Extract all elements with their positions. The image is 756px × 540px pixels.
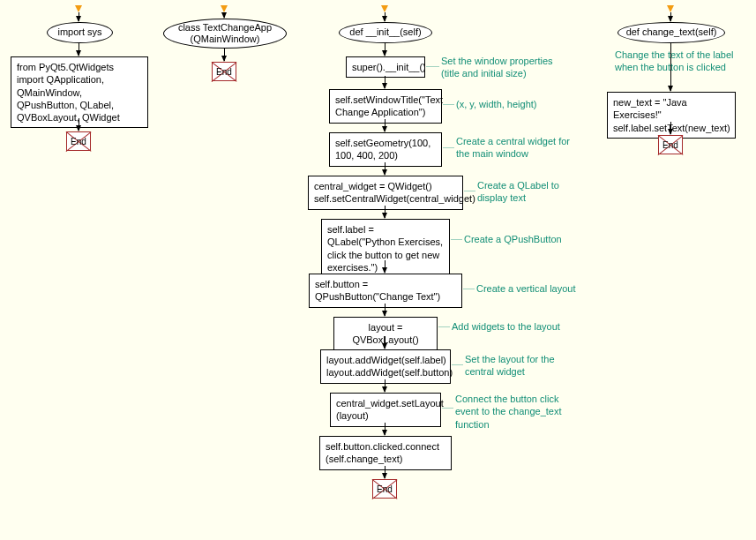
ann-line-7 — [438, 326, 450, 327]
start-arrow-c3 — [381, 5, 388, 12]
end-c2-label: End — [216, 67, 232, 77]
arrow-c1-2 — [79, 118, 79, 131]
ellipse-class-label: class TextChangeApp (QMainWindow) — [171, 22, 279, 45]
arrow-c4-top — [670, 12, 671, 21]
end-c2: End — [212, 62, 236, 81]
end-c1-label: End — [71, 137, 86, 146]
rect-add-widgets-label: layout.addWidget(self.label) layout.addW… — [326, 355, 453, 378]
end-c3: End — [372, 479, 397, 499]
rect-button-label: self.button = QPushButton("Change Text") — [315, 279, 440, 302]
ann-window-props: Set the window properties (title and ini… — [441, 55, 565, 80]
rect-geometry-label: self.setGeometry(100, 100, 400, 200) — [335, 138, 430, 161]
ellipse-init: def __init__(self) — [339, 22, 432, 43]
ann-xywh: (x, y, width, height) — [456, 98, 562, 110]
end-c1: End — [66, 131, 91, 151]
ann-line-4 — [464, 191, 475, 191]
rect-set-layout: central_widget.setLayout (layout) — [330, 393, 441, 427]
start-arrow-c1 — [75, 5, 82, 12]
rect-title-label: self.setWindowTitle("Text Change Applica… — [335, 94, 443, 117]
arrow-c3-6 — [385, 260, 385, 273]
ann-set-layout: Set the layout for the central widget — [465, 353, 562, 379]
ann-change-text: Change the text of the label when the bu… — [615, 49, 738, 74]
rect-new-text-label: new_text = "Java Exercises!" self.label.… — [613, 97, 730, 133]
ellipse-import-sys: import sys — [47, 22, 113, 43]
rect-super: super().__init__() — [346, 56, 425, 78]
ellipse-import-sys-label: import sys — [57, 26, 101, 38]
end-c3-label: End — [377, 484, 393, 494]
start-arrow-c2 — [221, 5, 228, 12]
arrow-c1-1 — [79, 43, 79, 56]
rect-central-widget-label: central_widget = QWidget() self.setCentr… — [314, 181, 475, 204]
arrow-c3-2 — [385, 76, 385, 88]
ann-button: Create a QPushButton — [464, 233, 579, 245]
ann-line-8 — [452, 364, 463, 365]
ellipse-class: class TextChangeApp (QMainWindow) — [163, 19, 287, 49]
arrow-c4-1 — [670, 43, 671, 91]
ann-line-5 — [451, 239, 462, 240]
arrow-c3-10 — [385, 423, 385, 435]
ellipse-change-text: def change_text(self) — [618, 22, 725, 43]
rect-button: self.button = QPushButton("Change Text") — [309, 274, 462, 308]
arrow-c3-11 — [385, 466, 385, 478]
arrow-c3-top — [385, 12, 385, 21]
ann-layout: Create a vertical layout — [476, 282, 591, 295]
ann-qlabel: Create a QLabel to display text — [477, 179, 565, 205]
ann-line-3 — [443, 147, 454, 148]
rect-title: self.setWindowTitle("Text Change Applica… — [329, 89, 442, 124]
arrow-c3-3 — [385, 119, 385, 131]
arrow-c3-9 — [385, 379, 385, 392]
rect-set-layout-label: central_widget.setLayout (layout) — [336, 398, 444, 421]
ann-line-9 — [442, 408, 453, 409]
ann-add-widgets: Add widgets to the layout — [452, 320, 575, 333]
arrow-c1-top — [79, 12, 79, 21]
arrow-c3-1 — [385, 43, 385, 56]
arrow-c3-5 — [385, 206, 385, 218]
rect-geometry: self.setGeometry(100, 100, 400, 200) — [329, 132, 442, 167]
end-c4: End — [658, 135, 683, 154]
rect-imports: from PyQt5.QtWidgets import QApplication… — [11, 56, 148, 128]
ann-line-1 — [426, 66, 439, 67]
rect-connect: self.button.clicked.connect (self.change… — [319, 436, 452, 470]
arrow-c2-1 — [224, 49, 225, 61]
start-arrow-c4 — [667, 5, 674, 12]
rect-add-widgets: layout.addWidget(self.label) layout.addW… — [320, 349, 451, 384]
rect-imports-label: from PyQt5.QtWidgets import QApplication… — [17, 62, 120, 123]
arrow-c3-4 — [385, 162, 385, 175]
rect-central-widget: central_widget = QWidget() self.setCentr… — [308, 176, 463, 210]
ann-line-2 — [443, 104, 454, 105]
end-c4-label: End — [662, 140, 678, 150]
ellipse-init-label: def __init__(self) — [349, 26, 421, 38]
ann-connect: Connect the button click event to the ch… — [455, 393, 579, 431]
arrow-c4-2 — [670, 122, 671, 134]
arrow-c2-top — [224, 12, 225, 18]
rect-connect-label: self.button.clicked.connect (self.change… — [326, 441, 439, 464]
ellipse-change-text-label: def change_text(self) — [626, 26, 717, 38]
ann-central: Create a central widget for the main win… — [456, 135, 571, 161]
ann-line-6 — [463, 289, 475, 289]
arrow-c3-8 — [385, 336, 385, 349]
arrow-c3-7 — [385, 304, 385, 316]
rect-super-label: super().__init__() — [352, 62, 426, 72]
